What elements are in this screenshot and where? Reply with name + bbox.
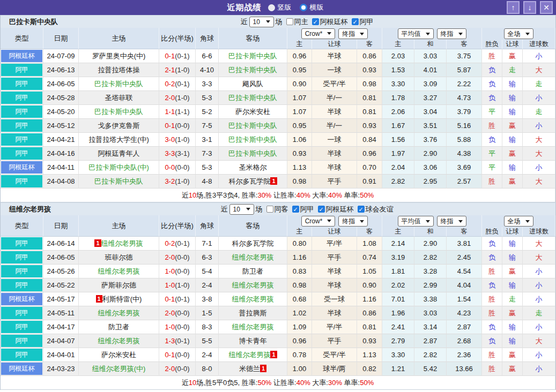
result-goals: 小 <box>523 265 555 278</box>
home-team: 拉普拉塔大学生(中) <box>88 135 149 144</box>
odds-away: 0.74 <box>357 251 382 265</box>
radio-vertical-layout[interactable] <box>268 4 275 11</box>
checkbox-same-venue[interactable] <box>286 18 293 25</box>
scope-select[interactable]: 全场 <box>504 216 533 227</box>
score-cell: 3-3(3-1) <box>159 147 196 161</box>
result-text: 小 <box>536 122 543 130</box>
avg-source-select[interactable]: 平均值 <box>398 28 434 39</box>
check-icon: ✓ <box>358 206 363 213</box>
summary-segment: 30% <box>257 191 271 199</box>
result-goals: 走 <box>523 105 555 119</box>
full-score: 0-0 <box>165 163 175 171</box>
match-row: 阿甲24-05-26纽维尔老男孩1-0(0-0)5-4防卫者0.83半球1.05… <box>1 265 555 278</box>
match-date: 24-05-22 <box>43 278 79 292</box>
odds-home: 0.90 <box>287 77 312 91</box>
competition-badge: 阿根廷杯 <box>1 363 42 375</box>
sub-column-header: 主 <box>287 227 312 237</box>
avg-source-select[interactable]: 平均值 <box>398 216 434 227</box>
checkbox-league-label[interactable]: 阿甲 <box>360 17 374 27</box>
checkbox-same-venue-label[interactable]: 同客 <box>275 205 288 214</box>
recent-count-select[interactable]: 10 <box>229 204 254 215</box>
result-goals: 走 <box>523 306 555 320</box>
checkbox-league-label[interactable]: 阿甲 <box>300 205 314 214</box>
home-team: 班菲尔德 <box>105 253 133 261</box>
result-text: 负 <box>488 66 495 74</box>
match-date: 24-04-21 <box>43 133 79 147</box>
away-team: 防卫者 <box>242 267 263 275</box>
checkbox-league[interactable]: ✓ <box>358 206 365 213</box>
scope-select[interactable]: 全场 <box>504 28 533 39</box>
team-section: 纽维尔老男孩近10场同客✓阿甲✓阿根廷杯✓球会友谊类型日期主场比分(半场)角球客… <box>0 202 556 390</box>
match-row: 阿甲24-04-17防卫者1-0(0-0)8-3纽维尔老男孩1.09平/半0.8… <box>1 320 555 334</box>
corner-cell: 7-1 <box>196 237 219 251</box>
result-handicap: 输 <box>502 320 523 334</box>
match-row: 阿甲24-06-141纽维尔老男孩0-2(0-1)7-1科尔多瓦学院0.80平/… <box>1 237 555 251</box>
radio-horizontal-label[interactable]: 横版 <box>310 3 324 12</box>
odds-home: 0.80 <box>287 237 312 251</box>
move-up-button[interactable]: ↑ <box>507 1 520 14</box>
avg-draw: 3.38 <box>414 292 447 306</box>
summary-segment: 50% <box>360 191 374 199</box>
recent-count-value: 10 <box>253 18 260 26</box>
summary-segment: 近 <box>182 191 189 199</box>
avg-home: 1.96 <box>382 306 414 320</box>
half-score: (1-0) <box>175 177 189 185</box>
radio-vertical-label[interactable]: 竖版 <box>278 3 292 12</box>
match-date: 24-05-12 <box>43 119 79 133</box>
checkbox-league[interactable]: ✓ <box>312 18 319 25</box>
checkbox-league-label[interactable]: 球会友谊 <box>366 205 394 214</box>
avg-home: 1.97 <box>382 147 414 161</box>
avg-source-select[interactable]: 终指 <box>437 216 466 227</box>
odds-source-select[interactable]: 终指 <box>338 216 368 227</box>
close-button[interactable]: ✕ <box>540 1 553 14</box>
sections-container: 巴拉卡斯中央队近10场同主✓阿根廷杯✓阿甲类型日期主场比分(半场)角球客场Cro… <box>0 15 556 390</box>
competition-badge: 阿甲 <box>1 265 42 277</box>
checkbox-league[interactable]: ✓ <box>292 206 299 213</box>
recent-count-select[interactable]: 10 <box>249 17 274 27</box>
competition-badge: 阿根廷杯 <box>1 161 42 174</box>
checkbox-league[interactable]: ✓ <box>352 18 359 25</box>
checkbox-league-label[interactable]: 阿根廷杯 <box>326 205 354 214</box>
checkbox-league[interactable]: ✓ <box>318 206 325 213</box>
result-handicap: 输 <box>502 91 523 105</box>
away-team-cell: 圣米格尔 <box>219 161 287 175</box>
away-team: 科尔多瓦学院 <box>232 239 274 247</box>
move-down-button[interactable]: ↓ <box>523 1 536 14</box>
odds-source-select[interactable]: Crow* <box>301 28 336 39</box>
checkbox-same-venue-label[interactable]: 同主 <box>294 17 308 27</box>
odds-source-select[interactable]: Crow* <box>301 216 336 227</box>
away-team: 米德兰 <box>239 365 260 373</box>
odds-away: 0.93 <box>357 63 382 77</box>
result-handicap: 输 <box>502 334 523 348</box>
result-winlose: 胜 <box>482 175 502 189</box>
match-row: 阿甲24-04-08巴拉卡斯中央队3-2(1-0)4-8科尔多瓦学院10.98平… <box>1 175 555 189</box>
result-text: 胜 <box>488 351 495 359</box>
away-team-cell: 巴拉卡斯中央队 <box>219 147 287 161</box>
odds-away: 0.86 <box>357 306 382 320</box>
result-handicap: 赢 <box>502 147 523 161</box>
checkbox-league-label[interactable]: 阿根廷杯 <box>320 17 348 27</box>
result-goals: 小 <box>523 49 555 63</box>
corner-cell: 1-5 <box>196 306 219 320</box>
result-goals: 小 <box>523 119 555 133</box>
result-handicap: 输 <box>502 133 523 147</box>
sub-column-header: 胜负 <box>482 227 502 237</box>
match-date: 24-06-05 <box>43 251 79 265</box>
avg-away: 2.22 <box>447 77 482 91</box>
competition-badge: 阿甲 <box>1 251 42 263</box>
avg-home: 2.79 <box>382 334 414 348</box>
competition-cell: 阿根廷杯 <box>1 161 43 175</box>
odds-handicap: 平/半 <box>312 320 357 334</box>
result-winlose: 胜 <box>482 119 502 133</box>
result-winlose: 负 <box>482 91 502 105</box>
checkbox-same-venue[interactable] <box>266 206 273 213</box>
odds-source-select[interactable]: 终指 <box>338 28 368 39</box>
chevron-down-icon <box>525 220 530 223</box>
radio-horizontal-layout[interactable] <box>300 4 307 11</box>
filter-near-label: 近 <box>241 17 248 27</box>
avg-source-select[interactable]: 终指 <box>437 28 466 39</box>
away-team-cell: 博卡青年 <box>219 334 287 348</box>
result-goals: 大 <box>523 133 555 147</box>
sub-column-header: 主 <box>382 40 414 49</box>
chevron-down-icon <box>458 33 463 35</box>
